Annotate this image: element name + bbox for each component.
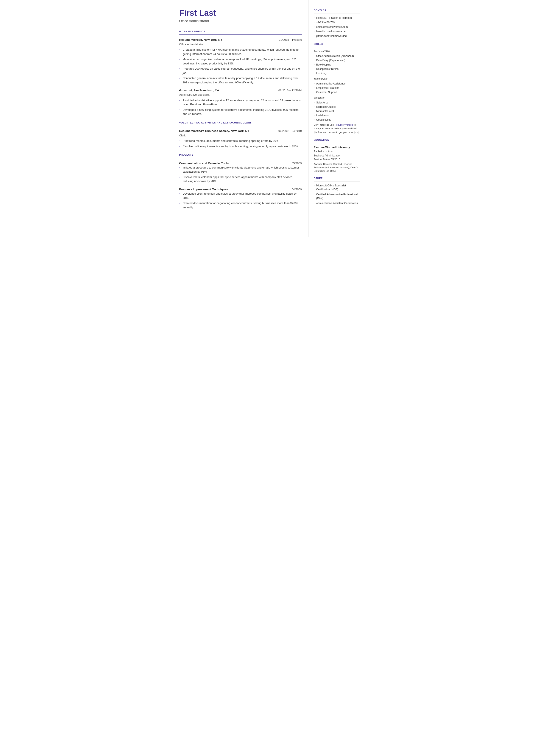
- contact-item-4: linkedin.com/in/username: [314, 30, 360, 33]
- job-1-date: 01/2015 – Present: [279, 38, 302, 42]
- project-2-date: 04/2009: [292, 187, 302, 192]
- job-1-role: Office Administrator: [179, 42, 302, 46]
- right-column: CONTACT Honolulu, HI (Open to Remote) +1…: [309, 0, 365, 237]
- project-2-header: Business Improvement Techniques 04/2009: [179, 187, 302, 192]
- project-1-bullet-2: Discovered 12 calendar apps that sync se…: [183, 175, 302, 183]
- volunteer-1-header: Resume Worded's Business Society, New Yo…: [179, 129, 302, 133]
- projects-header: PROJECTS: [179, 153, 302, 157]
- contact-item-5: github.com/resumeworded: [314, 34, 360, 38]
- edu-degree: Bachelor of Arts: [314, 150, 360, 154]
- other-divider: [314, 181, 360, 182]
- job-1-header: Resume Worded, New York, NY 01/2015 – Pr…: [179, 38, 302, 42]
- contact-list: Honolulu, HI (Open to Remote) +1-234-456…: [314, 16, 360, 38]
- technique-2: Employee Relations: [314, 86, 360, 90]
- other-item-1: Microsoft Office Specialist Certificatio…: [314, 183, 360, 191]
- job-2-header: Growthsi, San Francisco, CA 06/2010 – 12…: [179, 88, 302, 93]
- job-1: Resume Worded, New York, NY 01/2015 – Pr…: [179, 38, 302, 84]
- software-label: Software:: [314, 96, 360, 100]
- contact-header: CONTACT: [314, 9, 360, 12]
- candidate-title: Office Administrator: [179, 18, 302, 24]
- tech-skill-5: Invoicing: [314, 71, 360, 75]
- software-4: LexisNexis: [314, 114, 360, 118]
- edu-awards: Awards: Resume Worded Teaching Fellow (o…: [314, 162, 360, 173]
- software-1: Salesforce: [314, 101, 360, 104]
- software-list: Salesforce Microsoft Outlook Microsoft E…: [314, 101, 360, 122]
- other-list: Microsoft Office Specialist Certificatio…: [314, 183, 360, 205]
- job-2: Growthsi, San Francisco, CA 06/2010 – 12…: [179, 88, 302, 116]
- education-header: EDUCATION: [314, 138, 360, 142]
- job-2-date: 06/2010 – 12/2014: [278, 88, 302, 93]
- other-item-3: Administrative Assistant Certification: [314, 201, 360, 205]
- promo-before: Don't forget to use: [314, 124, 335, 126]
- technique-1: Administrative Assistance: [314, 82, 360, 86]
- job-2-bullet-1: Provided administrative support to 12 su…: [183, 98, 302, 107]
- project-2-bullet-2: Created documentation for negotiating ve…: [183, 201, 302, 210]
- project-1-bullets: Initiated a procedure to communicate wit…: [179, 165, 302, 183]
- project-2-bullet-1: Developed client retention and sales str…: [183, 192, 302, 200]
- technique-3: Customer Support: [314, 90, 360, 94]
- project-2-name: Business Improvement Techniques: [179, 187, 228, 192]
- job-2-bullet-2: Developed a new filing system for execut…: [183, 108, 302, 116]
- project-2-bullets: Developed client retention and sales str…: [179, 192, 302, 210]
- job-2-role: Administrative Specialist: [179, 93, 302, 97]
- left-column: First Last Office Administrator WORK EXP…: [171, 0, 309, 237]
- volunteering-divider: [179, 126, 302, 126]
- job-1-bullet-4: Conducted general administrative tasks b…: [183, 76, 302, 84]
- volunteer-1-bullets: Proofread memos, documents and contracts…: [179, 139, 302, 148]
- project-1: Communication and Calendar Tools 05/2009…: [179, 161, 302, 183]
- edu-school: Resume Worded University: [314, 145, 360, 150]
- contact-item-3: email@resumeworded.com: [314, 25, 360, 29]
- technical-skill-label: Technical Skill:: [314, 49, 360, 53]
- candidate-name: First Last: [179, 9, 302, 18]
- skills-header: SKILLS: [314, 42, 360, 46]
- contact-section: CONTACT Honolulu, HI (Open to Remote) +1…: [314, 9, 360, 38]
- other-header: OTHER: [314, 177, 360, 180]
- other-section: OTHER Microsoft Office Specialist Certif…: [314, 177, 360, 205]
- volunteer-1-bullet-2: Resolved office equipment issues by trou…: [183, 144, 302, 149]
- job-2-bullets: Provided administrative support to 12 su…: [179, 98, 302, 116]
- job-1-company: Resume Worded, New York, NY: [179, 38, 222, 42]
- project-1-bullet-1: Initiated a procedure to communicate wit…: [183, 165, 302, 174]
- techniques-list: Administrative Assistance Employee Relat…: [314, 82, 360, 94]
- software-3: Microsoft Excel: [314, 109, 360, 113]
- software-5: Google Docs: [314, 118, 360, 122]
- edu-location: Boston, MA — 05/2010: [314, 157, 360, 161]
- work-experience-header: WORK EXPERIENCE: [179, 30, 302, 33]
- promo-link[interactable]: Resume Worded: [334, 124, 353, 126]
- software-2: Microsoft Outlook: [314, 105, 360, 109]
- job-1-bullet-1: Created a filing system for 4.6K incomin…: [183, 48, 302, 56]
- promo-text: Don't forget to use Resume Worded to sca…: [314, 123, 360, 134]
- tech-skill-1: Office Administration (Advanced): [314, 54, 360, 58]
- volunteer-1-company: Resume Worded's Business Society, New Yo…: [179, 129, 249, 133]
- project-1-header: Communication and Calendar Tools 05/2009: [179, 161, 302, 165]
- volunteer-1: Resume Worded's Business Society, New Yo…: [179, 129, 302, 148]
- job-1-bullet-3: Prepared 200 reports on sales figures, b…: [183, 67, 302, 75]
- contact-divider: [314, 14, 360, 14]
- techniques-label: Techniques:: [314, 77, 360, 81]
- volunteer-1-date: 06/2009 – 04/2010: [278, 129, 302, 133]
- job-2-company: Growthsi, San Francisco, CA: [179, 88, 219, 93]
- technical-skills-list: Office Administration (Advanced) Data En…: [314, 54, 360, 75]
- volunteer-1-role: Clerk: [179, 133, 302, 138]
- job-1-bullets: Created a filing system for 4.6K incomin…: [179, 48, 302, 84]
- volunteering-header: VOLUNTEERING ACTIVITIES AND EXTRACURRICU…: [179, 121, 302, 125]
- project-2: Business Improvement Techniques 04/2009 …: [179, 187, 302, 210]
- contact-item-1: Honolulu, HI (Open to Remote): [314, 16, 360, 20]
- other-item-2: Certified Administrative Professional (C…: [314, 192, 360, 200]
- education-section: EDUCATION Resume Worded University Bache…: [314, 138, 360, 173]
- job-1-bullet-2: Maintained an organized calendar to keep…: [183, 57, 302, 66]
- skills-section: SKILLS Technical Skill: Office Administr…: [314, 42, 360, 134]
- tech-skill-4: Receptionist Duties: [314, 67, 360, 71]
- contact-item-2: +1-234-456-789: [314, 20, 360, 24]
- volunteer-1-bullet-1: Proofread memos, documents and contracts…: [183, 139, 302, 143]
- tech-skill-3: Bookkeeping: [314, 63, 360, 67]
- tech-skill-2: Data Entry (Experienced): [314, 58, 360, 62]
- project-1-name: Communication and Calendar Tools: [179, 161, 229, 165]
- edu-field: Business Administration: [314, 154, 360, 157]
- project-1-date: 05/2009: [292, 161, 302, 165]
